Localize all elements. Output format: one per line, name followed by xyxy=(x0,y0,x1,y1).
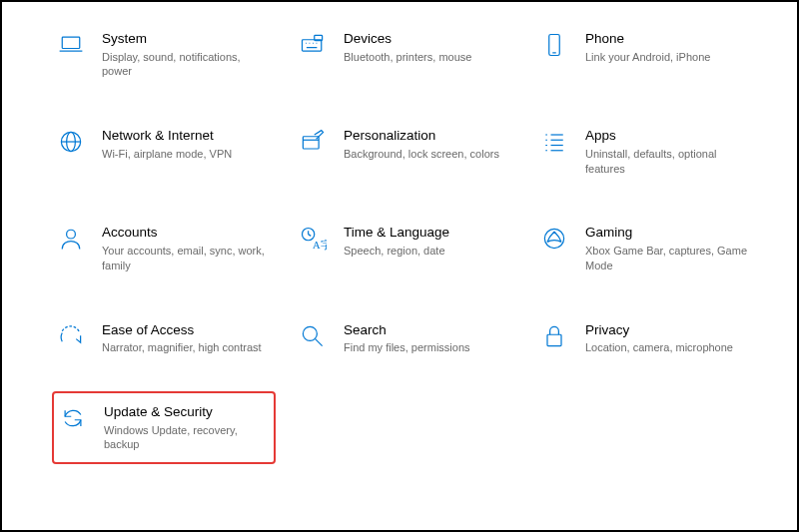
tile-text: Network & Internet Wi-Fi, airplane mode,… xyxy=(102,127,272,161)
tile-personalization[interactable]: Personalization Background, lock screen,… xyxy=(294,123,517,180)
tile-desc: Your accounts, email, sync, work, family xyxy=(102,244,272,273)
tile-title: Apps xyxy=(585,127,755,145)
svg-rect-32 xyxy=(547,334,561,345)
tile-text: Search Find my files, permissions xyxy=(344,321,513,355)
svg-text:A字: A字 xyxy=(313,239,327,251)
apps-list-icon xyxy=(539,127,569,157)
tile-title: Time & Language xyxy=(344,224,513,242)
tile-title: Devices xyxy=(344,30,513,48)
tile-text: Update & Security Windows Update, recove… xyxy=(104,403,270,452)
gaming-icon xyxy=(539,224,569,254)
globe-icon xyxy=(56,127,86,157)
tile-accounts[interactable]: Accounts Your accounts, email, sync, wor… xyxy=(52,220,276,276)
tile-title: Personalization xyxy=(344,127,513,145)
tile-title: Accounts xyxy=(102,224,272,242)
tile-title: Update & Security xyxy=(104,403,270,421)
tile-ease-of-access[interactable]: Ease of Access Narrator, magnifier, high… xyxy=(52,317,276,359)
svg-line-27 xyxy=(309,235,312,237)
tile-system[interactable]: System Display, sound, notifications, po… xyxy=(52,26,276,83)
tile-text: Phone Link your Android, iPhone xyxy=(585,30,755,64)
tile-desc: Windows Update, recovery, backup xyxy=(104,423,270,453)
time-language-icon: A字 xyxy=(298,224,328,254)
tile-text: Accounts Your accounts, email, sync, wor… xyxy=(102,224,272,272)
svg-line-31 xyxy=(316,338,323,345)
search-icon xyxy=(298,321,328,351)
tile-text: Personalization Background, lock screen,… xyxy=(344,127,513,161)
tile-desc: Bluetooth, printers, mouse xyxy=(344,50,513,65)
update-icon xyxy=(58,403,88,433)
tile-text: Privacy Location, camera, microphone xyxy=(585,321,755,355)
tile-title: Network & Internet xyxy=(102,127,272,145)
lock-icon xyxy=(539,321,569,351)
tile-search[interactable]: Search Find my files, permissions xyxy=(294,317,517,359)
tile-desc: Uninstall, defaults, optional features xyxy=(585,147,755,177)
tile-text: System Display, sound, notifications, po… xyxy=(102,30,272,79)
tile-text: Ease of Access Narrator, magnifier, high… xyxy=(102,321,272,355)
ease-of-access-icon xyxy=(56,321,86,351)
tile-desc: Location, camera, microphone xyxy=(585,340,755,355)
svg-rect-0 xyxy=(62,37,80,48)
person-icon xyxy=(56,224,86,254)
laptop-icon xyxy=(56,30,86,60)
tile-text: Devices Bluetooth, printers, mouse xyxy=(344,30,513,64)
tile-text: Apps Uninstall, defaults, optional featu… xyxy=(585,127,755,176)
settings-grid: System Display, sound, notifications, po… xyxy=(52,26,759,464)
svg-point-24 xyxy=(67,231,76,240)
tile-text: Gaming Xbox Game Bar, captures, Game Mod… xyxy=(585,224,755,272)
tile-update-security[interactable]: Update & Security Windows Update, recove… xyxy=(52,391,276,464)
tile-time-language[interactable]: A字 Time & Language Speech, region, date xyxy=(294,220,517,276)
tile-desc: Find my files, permissions xyxy=(344,340,513,355)
tile-desc: Speech, region, date xyxy=(344,244,513,259)
tile-title: Gaming xyxy=(585,224,755,242)
tile-desc: Xbox Game Bar, captures, Game Mode xyxy=(585,244,755,273)
tile-title: Privacy xyxy=(585,321,755,339)
tile-desc: Display, sound, notifications, power xyxy=(102,50,272,80)
tile-title: Ease of Access xyxy=(102,321,272,339)
tile-text: Time & Language Speech, region, date xyxy=(344,224,513,258)
tile-title: System xyxy=(102,30,272,48)
tile-desc: Narrator, magnifier, high contrast xyxy=(102,340,272,355)
svg-point-30 xyxy=(303,326,317,340)
tile-title: Search xyxy=(344,321,513,339)
tile-title: Phone xyxy=(585,30,755,48)
keyboard-icon xyxy=(298,30,328,60)
tile-desc: Link your Android, iPhone xyxy=(585,50,755,65)
svg-rect-2 xyxy=(303,40,322,51)
tile-gaming[interactable]: Gaming Xbox Game Bar, captures, Game Mod… xyxy=(535,220,759,276)
tile-desc: Background, lock screen, colors xyxy=(344,147,513,162)
paint-icon xyxy=(298,127,328,157)
phone-icon xyxy=(539,30,569,60)
tile-apps[interactable]: Apps Uninstall, defaults, optional featu… xyxy=(535,123,759,180)
tile-phone[interactable]: Phone Link your Android, iPhone xyxy=(535,26,759,83)
tile-privacy[interactable]: Privacy Location, camera, microphone xyxy=(535,317,759,359)
tile-devices[interactable]: Devices Bluetooth, printers, mouse xyxy=(294,26,517,83)
tile-network[interactable]: Network & Internet Wi-Fi, airplane mode,… xyxy=(52,123,276,180)
tile-desc: Wi-Fi, airplane mode, VPN xyxy=(102,147,272,162)
